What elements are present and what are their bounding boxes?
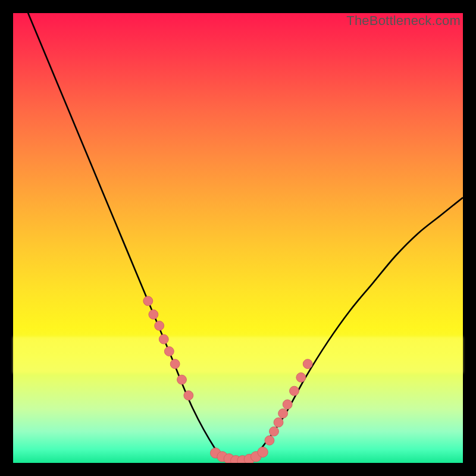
data-marker	[143, 296, 153, 306]
data-marker	[265, 436, 274, 445]
watermark-text: TheBottleneck.com	[346, 13, 461, 29]
data-marker	[258, 447, 268, 457]
data-marker	[296, 372, 306, 382]
chart-gradient-background	[13, 13, 463, 463]
data-marker	[184, 391, 193, 400]
data-marker	[159, 334, 168, 344]
data-marker	[274, 418, 283, 427]
data-marker	[290, 386, 299, 396]
bottleneck-curve-svg	[13, 13, 463, 463]
data-marker	[155, 321, 164, 330]
data-marker	[283, 400, 292, 409]
data-marker	[303, 359, 312, 369]
data-marker	[170, 359, 180, 369]
chart-frame: TheBottleneck.com	[12, 12, 464, 464]
data-marker	[270, 427, 279, 436]
data-marker	[278, 409, 288, 418]
data-marker	[164, 347, 174, 356]
bottleneck-curve	[13, 13, 463, 463]
data-marker	[149, 310, 158, 320]
data-marker	[177, 375, 187, 384]
